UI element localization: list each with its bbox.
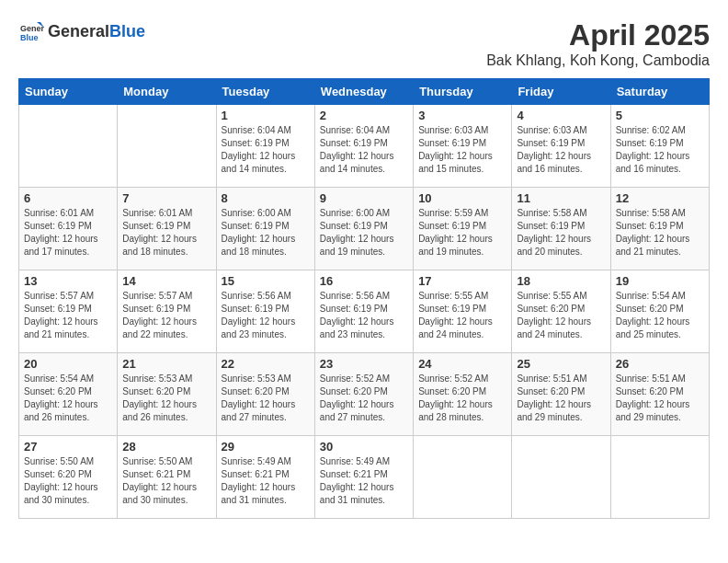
day-info: Sunrise: 5:51 AMSunset: 6:20 PMDaylight:… [616, 373, 704, 424]
logo-icon: General Blue [18, 18, 44, 44]
day-info: Sunrise: 5:56 AMSunset: 6:19 PMDaylight:… [320, 290, 408, 341]
calendar-table: SundayMondayTuesdayWednesdayThursdayFrid… [18, 78, 710, 519]
day-number: 16 [320, 274, 408, 288]
day-number: 14 [122, 274, 210, 288]
day-cell [512, 436, 610, 519]
logo-blue-text: Blue [109, 22, 145, 41]
day-info: Sunrise: 5:54 AMSunset: 6:20 PMDaylight:… [616, 290, 704, 341]
day-number: 13 [24, 274, 112, 288]
day-cell: 1Sunrise: 6:04 AMSunset: 6:19 PMDaylight… [216, 105, 314, 188]
day-cell: 28Sunrise: 5:50 AMSunset: 6:21 PMDayligh… [118, 436, 216, 519]
day-number: 26 [616, 357, 704, 371]
day-number: 11 [517, 191, 605, 205]
week-row-5: 27Sunrise: 5:50 AMSunset: 6:20 PMDayligh… [19, 436, 710, 519]
svg-text:Blue: Blue [20, 33, 39, 42]
day-info: Sunrise: 5:56 AMSunset: 6:19 PMDaylight:… [222, 290, 310, 341]
day-cell [414, 436, 512, 519]
day-number: 28 [122, 440, 210, 454]
day-cell: 23Sunrise: 5:52 AMSunset: 6:20 PMDayligh… [314, 353, 413, 436]
day-cell: 7Sunrise: 6:01 AMSunset: 6:19 PMDaylight… [118, 188, 216, 270]
weekday-header-wednesday: Wednesday [314, 79, 413, 105]
day-number: 25 [517, 357, 605, 371]
day-cell: 12Sunrise: 5:58 AMSunset: 6:19 PMDayligh… [610, 188, 709, 270]
day-number: 24 [418, 357, 506, 371]
month-year-title: April 2025 [486, 18, 710, 52]
day-info: Sunrise: 5:52 AMSunset: 6:20 PMDaylight:… [320, 373, 408, 424]
logo-general-text: General [48, 22, 109, 41]
day-info: Sunrise: 6:03 AMSunset: 6:19 PMDaylight:… [418, 124, 506, 176]
day-cell: 11Sunrise: 5:58 AMSunset: 6:19 PMDayligh… [512, 188, 610, 270]
page-header: General Blue GeneralBlue April 2025 Bak … [18, 18, 710, 69]
day-cell [19, 105, 118, 188]
day-info: Sunrise: 6:01 AMSunset: 6:19 PMDaylight:… [122, 207, 210, 259]
day-cell: 30Sunrise: 5:49 AMSunset: 6:21 PMDayligh… [314, 436, 413, 519]
location-subtitle: Bak Khlang, Koh Kong, Cambodia [486, 52, 710, 69]
weekday-header-sunday: Sunday [19, 79, 118, 105]
day-info: Sunrise: 5:57 AMSunset: 6:19 PMDaylight:… [24, 290, 112, 341]
title-block: April 2025 Bak Khlang, Koh Kong, Cambodi… [486, 18, 710, 69]
day-cell: 3Sunrise: 6:03 AMSunset: 6:19 PMDaylight… [414, 105, 512, 188]
weekday-header-monday: Monday [118, 79, 216, 105]
day-cell: 9Sunrise: 6:00 AMSunset: 6:19 PMDaylight… [314, 188, 413, 270]
day-cell: 10Sunrise: 5:59 AMSunset: 6:19 PMDayligh… [414, 188, 512, 270]
logo: General Blue GeneralBlue [18, 18, 145, 44]
weekday-header-tuesday: Tuesday [216, 79, 314, 105]
day-cell: 25Sunrise: 5:51 AMSunset: 6:20 PMDayligh… [512, 353, 610, 436]
week-row-2: 6Sunrise: 6:01 AMSunset: 6:19 PMDaylight… [19, 188, 710, 270]
day-info: Sunrise: 5:53 AMSunset: 6:20 PMDaylight:… [222, 373, 310, 424]
day-info: Sunrise: 6:03 AMSunset: 6:19 PMDaylight:… [517, 124, 605, 176]
day-info: Sunrise: 5:55 AMSunset: 6:20 PMDaylight:… [517, 290, 605, 341]
day-cell: 22Sunrise: 5:53 AMSunset: 6:20 PMDayligh… [216, 353, 314, 436]
day-info: Sunrise: 5:54 AMSunset: 6:20 PMDaylight:… [24, 373, 112, 424]
day-number: 21 [122, 357, 210, 371]
day-number: 20 [24, 357, 112, 371]
day-cell: 15Sunrise: 5:56 AMSunset: 6:19 PMDayligh… [216, 270, 314, 353]
day-info: Sunrise: 5:53 AMSunset: 6:20 PMDaylight:… [122, 373, 210, 424]
day-number: 10 [418, 191, 506, 205]
day-cell: 16Sunrise: 5:56 AMSunset: 6:19 PMDayligh… [314, 270, 413, 353]
day-info: Sunrise: 6:00 AMSunset: 6:19 PMDaylight:… [222, 207, 310, 259]
day-info: Sunrise: 6:02 AMSunset: 6:19 PMDaylight:… [616, 124, 704, 176]
day-number: 17 [418, 274, 506, 288]
day-number: 19 [616, 274, 704, 288]
day-info: Sunrise: 5:57 AMSunset: 6:19 PMDaylight:… [122, 290, 210, 341]
day-cell [118, 105, 216, 188]
day-cell: 19Sunrise: 5:54 AMSunset: 6:20 PMDayligh… [610, 270, 709, 353]
day-info: Sunrise: 5:58 AMSunset: 6:19 PMDaylight:… [517, 207, 605, 259]
day-number: 1 [222, 109, 310, 122]
day-cell: 21Sunrise: 5:53 AMSunset: 6:20 PMDayligh… [118, 353, 216, 436]
day-number: 15 [222, 274, 310, 288]
weekday-header-thursday: Thursday [414, 79, 512, 105]
day-number: 6 [24, 191, 112, 205]
day-number: 30 [320, 440, 408, 454]
calendar-body: 1Sunrise: 6:04 AMSunset: 6:19 PMDaylight… [19, 105, 710, 519]
week-row-4: 20Sunrise: 5:54 AMSunset: 6:20 PMDayligh… [19, 353, 710, 436]
day-cell: 24Sunrise: 5:52 AMSunset: 6:20 PMDayligh… [414, 353, 512, 436]
day-info: Sunrise: 6:04 AMSunset: 6:19 PMDaylight:… [222, 124, 310, 176]
week-row-1: 1Sunrise: 6:04 AMSunset: 6:19 PMDaylight… [19, 105, 710, 188]
day-info: Sunrise: 5:59 AMSunset: 6:19 PMDaylight:… [418, 207, 506, 259]
weekday-header-row: SundayMondayTuesdayWednesdayThursdayFrid… [19, 79, 710, 105]
day-number: 12 [616, 191, 704, 205]
day-cell: 5Sunrise: 6:02 AMSunset: 6:19 PMDaylight… [610, 105, 709, 188]
day-info: Sunrise: 5:49 AMSunset: 6:21 PMDaylight:… [222, 455, 310, 507]
day-info: Sunrise: 5:51 AMSunset: 6:20 PMDaylight:… [517, 373, 605, 424]
day-cell: 17Sunrise: 5:55 AMSunset: 6:19 PMDayligh… [414, 270, 512, 353]
day-number: 7 [122, 191, 210, 205]
day-cell: 6Sunrise: 6:01 AMSunset: 6:19 PMDaylight… [19, 188, 118, 270]
day-info: Sunrise: 6:01 AMSunset: 6:19 PMDaylight:… [24, 207, 112, 259]
day-number: 23 [320, 357, 408, 371]
day-number: 4 [517, 109, 605, 122]
day-number: 29 [222, 440, 310, 454]
day-number: 5 [616, 109, 704, 122]
day-info: Sunrise: 6:00 AMSunset: 6:19 PMDaylight:… [320, 207, 408, 259]
day-info: Sunrise: 6:04 AMSunset: 6:19 PMDaylight:… [320, 124, 408, 176]
day-cell [610, 436, 709, 519]
day-number: 9 [320, 191, 408, 205]
day-number: 27 [24, 440, 112, 454]
svg-text:General: General [20, 24, 44, 33]
day-cell: 14Sunrise: 5:57 AMSunset: 6:19 PMDayligh… [118, 270, 216, 353]
weekday-header-friday: Friday [512, 79, 610, 105]
day-cell: 20Sunrise: 5:54 AMSunset: 6:20 PMDayligh… [19, 353, 118, 436]
day-info: Sunrise: 5:55 AMSunset: 6:19 PMDaylight:… [418, 290, 506, 341]
